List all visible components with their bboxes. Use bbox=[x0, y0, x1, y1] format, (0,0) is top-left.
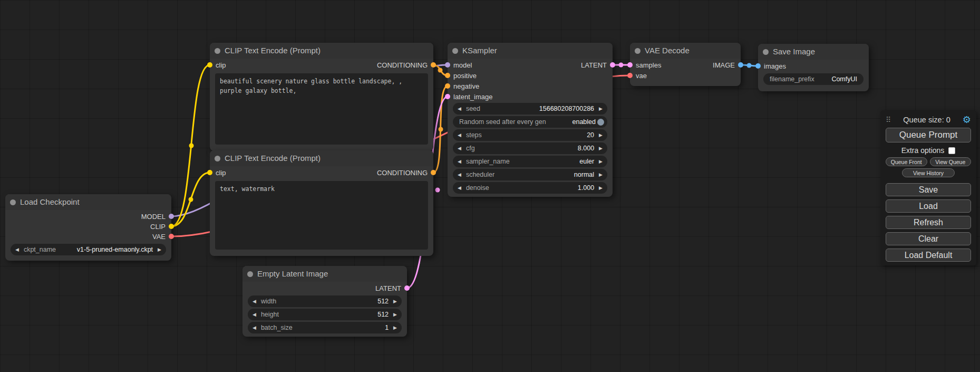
model-output-slot[interactable]: MODEL bbox=[141, 211, 174, 222]
negative-input-dot[interactable] bbox=[445, 83, 450, 89]
collapse-dot-icon[interactable] bbox=[10, 199, 16, 205]
samples-input-dot[interactable] bbox=[627, 62, 633, 68]
negative-input-slot[interactable]: negative bbox=[445, 81, 479, 91]
collapse-dot-icon[interactable] bbox=[452, 48, 458, 54]
increment-arrow-icon[interactable] bbox=[599, 169, 603, 180]
image-output-dot[interactable] bbox=[738, 62, 743, 68]
refresh-button[interactable]: Refresh bbox=[886, 216, 971, 229]
positive-prompt-textarea[interactable]: beautiful scenery nature glass bottle la… bbox=[215, 73, 428, 145]
clip-output-dot[interactable] bbox=[169, 224, 174, 229]
conditioning-output-slot[interactable]: CONDITIONING bbox=[377, 60, 436, 70]
increment-arrow-icon[interactable] bbox=[599, 182, 603, 194]
increment-arrow-icon[interactable] bbox=[393, 295, 397, 307]
increment-arrow-icon[interactable] bbox=[599, 103, 603, 115]
increment-arrow-icon[interactable] bbox=[599, 129, 603, 141]
decrement-arrow-icon[interactable] bbox=[458, 156, 461, 167]
latent-output-dot[interactable] bbox=[610, 62, 615, 68]
extra-options-checkbox[interactable] bbox=[948, 147, 955, 154]
decrement-arrow-icon[interactable] bbox=[458, 103, 461, 115]
image-output-slot[interactable]: IMAGE bbox=[713, 60, 743, 70]
drag-handle-icon[interactable] bbox=[886, 115, 891, 125]
clip-input-slot[interactable]: clip bbox=[207, 60, 226, 70]
collapse-dot-icon[interactable] bbox=[215, 48, 220, 54]
cfg-widget[interactable]: cfg 8.000 bbox=[453, 142, 607, 154]
clip-input-dot[interactable] bbox=[207, 170, 212, 175]
collapse-dot-icon[interactable] bbox=[763, 49, 769, 55]
filename-prefix-widget[interactable]: filename_prefix ComfyUI bbox=[763, 73, 863, 85]
node-title-bar[interactable]: CLIP Text Encode (Prompt) bbox=[210, 150, 433, 166]
settings-gear-icon[interactable] bbox=[963, 115, 971, 125]
decrement-arrow-icon[interactable] bbox=[458, 129, 461, 141]
collapse-dot-icon[interactable] bbox=[215, 156, 220, 161]
steps-widget[interactable]: steps 20 bbox=[453, 129, 607, 141]
clip-output-slot[interactable]: CLIP bbox=[150, 221, 174, 232]
latent-output-slot[interactable]: LATENT bbox=[375, 283, 410, 293]
node-title-bar[interactable]: CLIP Text Encode (Prompt) bbox=[210, 43, 433, 59]
vae-input-dot[interactable] bbox=[627, 73, 633, 78]
node-clip-text-encode-positive[interactable]: CLIP Text Encode (Prompt) clip CONDITION… bbox=[210, 43, 433, 151]
increment-arrow-icon[interactable] bbox=[599, 156, 603, 167]
samples-input-slot[interactable]: samples bbox=[627, 60, 661, 70]
width-widget[interactable]: width 512 bbox=[248, 295, 402, 307]
vae-output-dot[interactable] bbox=[169, 234, 174, 239]
increment-arrow-icon[interactable] bbox=[158, 244, 161, 255]
conditioning-output-dot[interactable] bbox=[431, 170, 436, 175]
latent-image-input-dot[interactable] bbox=[445, 94, 450, 99]
clip-input-dot[interactable] bbox=[207, 62, 212, 68]
positive-input-dot[interactable] bbox=[445, 73, 450, 78]
collapse-dot-icon[interactable] bbox=[635, 48, 641, 54]
increment-arrow-icon[interactable] bbox=[393, 322, 397, 333]
images-input-slot[interactable]: images bbox=[755, 61, 786, 71]
node-vae-decode[interactable]: VAE Decode samples vae IMAGE bbox=[630, 43, 741, 86]
node-title-bar[interactable]: Empty Latent Image bbox=[242, 266, 407, 282]
latent-output-slot[interactable]: LATENT bbox=[581, 60, 615, 70]
node-ksampler[interactable]: KSampler model positive negative latent_… bbox=[448, 43, 613, 197]
decrement-arrow-icon[interactable] bbox=[458, 169, 461, 180]
model-output-dot[interactable] bbox=[169, 214, 174, 219]
batch-size-widget[interactable]: batch_size 1 bbox=[248, 322, 402, 333]
clip-input-slot[interactable]: clip bbox=[207, 167, 226, 178]
conditioning-output-dot[interactable] bbox=[431, 62, 436, 68]
view-history-button[interactable]: View History bbox=[902, 168, 955, 177]
sampler-name-widget[interactable]: sampler_name euler bbox=[453, 156, 607, 167]
increment-arrow-icon[interactable] bbox=[599, 142, 603, 154]
node-save-image[interactable]: Save Image images filename_prefix ComfyU… bbox=[758, 44, 869, 91]
model-input-dot[interactable] bbox=[445, 62, 450, 68]
height-widget[interactable]: height 512 bbox=[248, 309, 402, 320]
node-load-checkpoint[interactable]: Load Checkpoint MODEL CLIP VAE ckpt_name… bbox=[5, 194, 171, 261]
view-queue-button[interactable]: View Queue bbox=[930, 157, 972, 166]
decrement-arrow-icon[interactable] bbox=[15, 244, 19, 255]
node-title-bar[interactable]: Save Image bbox=[758, 44, 869, 60]
load-default-button[interactable]: Load Default bbox=[886, 249, 971, 262]
ckpt-name-widget[interactable]: ckpt_name v1-5-pruned-emaonly.ckpt bbox=[11, 244, 166, 255]
decrement-arrow-icon[interactable] bbox=[458, 142, 461, 154]
positive-input-slot[interactable]: positive bbox=[445, 70, 477, 81]
vae-input-slot[interactable]: vae bbox=[627, 70, 647, 81]
seed-widget[interactable]: seed 156680208700286 bbox=[453, 103, 607, 115]
decrement-arrow-icon[interactable] bbox=[253, 295, 256, 307]
increment-arrow-icon[interactable] bbox=[393, 309, 397, 320]
decrement-arrow-icon[interactable] bbox=[253, 322, 256, 333]
model-input-slot[interactable]: model bbox=[445, 60, 472, 70]
images-input-dot[interactable] bbox=[755, 63, 761, 69]
queue-front-button[interactable]: Queue Front bbox=[886, 157, 927, 166]
load-button[interactable]: Load bbox=[886, 199, 971, 213]
latent-output-dot[interactable] bbox=[404, 285, 410, 291]
negative-prompt-textarea[interactable]: text, watermark bbox=[215, 181, 428, 250]
save-button[interactable]: Save bbox=[886, 183, 971, 196]
node-empty-latent-image[interactable]: Empty Latent Image LATENT width 512 heig… bbox=[242, 266, 407, 337]
decrement-arrow-icon[interactable] bbox=[458, 182, 461, 194]
latent-image-input-slot[interactable]: latent_image bbox=[445, 91, 492, 102]
decrement-arrow-icon[interactable] bbox=[253, 309, 256, 320]
denoise-widget[interactable]: denoise 1.000 bbox=[453, 182, 607, 194]
toggle-indicator-icon[interactable] bbox=[597, 119, 604, 126]
node-title-bar[interactable]: VAE Decode bbox=[630, 43, 741, 59]
conditioning-output-slot[interactable]: CONDITIONING bbox=[377, 167, 436, 178]
node-title-bar[interactable]: KSampler bbox=[448, 43, 613, 59]
node-title-bar[interactable]: Load Checkpoint bbox=[5, 194, 171, 210]
node-clip-text-encode-negative[interactable]: CLIP Text Encode (Prompt) clip CONDITION… bbox=[210, 150, 433, 256]
vae-output-slot[interactable]: VAE bbox=[152, 231, 174, 242]
clear-button[interactable]: Clear bbox=[886, 232, 971, 245]
queue-prompt-button[interactable]: Queue Prompt bbox=[886, 128, 971, 142]
random-seed-toggle-widget[interactable]: Random seed after every gen enabled bbox=[453, 116, 607, 128]
